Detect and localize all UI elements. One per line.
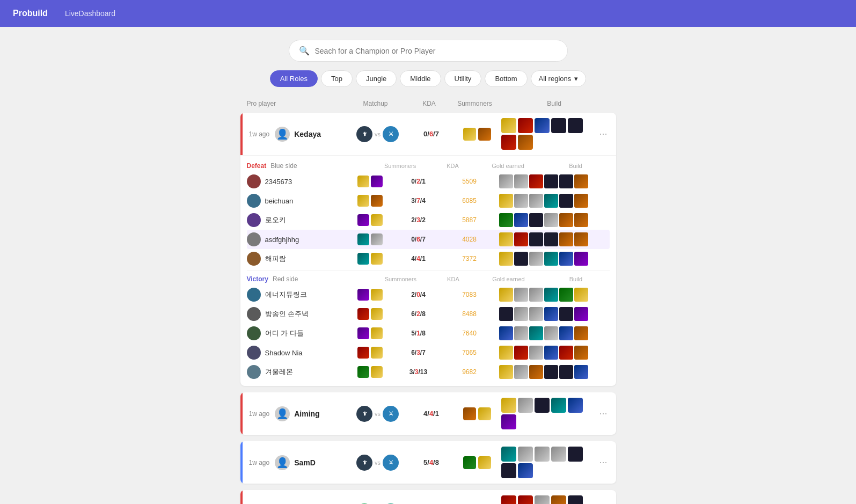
i3	[529, 326, 543, 340]
summ1-winter	[357, 366, 369, 378]
summ1-rooki	[357, 214, 369, 226]
kda-kills-kedaya: 0/	[423, 130, 429, 138]
i6	[574, 288, 588, 302]
kda-beichuan: 3/7/4	[397, 197, 440, 204]
summ1-samd	[463, 456, 476, 469]
item5-kedaya	[568, 118, 583, 133]
victory-team-header: Victory Red side Summoners KDA Gold earn…	[247, 273, 610, 285]
filter-utility[interactable]: Utility	[444, 70, 482, 87]
player-name-asdfghjhhg: asdfghjhhg	[265, 236, 299, 244]
match-card-mikyx: 1w ago 👤 Mikyx ⚡ vs 🌊 0/8/6	[240, 490, 616, 504]
col-kda: KDA	[408, 100, 451, 107]
player-info-beichuan: beichuan	[247, 194, 343, 208]
i1	[499, 213, 513, 227]
i1	[499, 288, 513, 302]
player-info-eodi: 어디 가 다들	[247, 326, 343, 340]
i5	[559, 326, 573, 340]
i3	[529, 194, 543, 208]
search-icon: 🔍	[299, 46, 310, 56]
item2-aiming	[518, 398, 533, 413]
gold-energy: 7083	[440, 291, 499, 298]
filter-all-roles[interactable]: All Roles	[270, 70, 318, 87]
region-dropdown[interactable]: All regions ▾	[531, 70, 587, 87]
summ-pair-happyram	[343, 253, 397, 265]
filter-middle[interactable]: Middle	[400, 70, 441, 87]
team-divider	[247, 271, 610, 271]
match-card-aiming: 1w ago 👤 Aiming 🗡 vs ⚔ 4/4/1	[240, 392, 616, 435]
i4	[544, 288, 558, 302]
kda-bangsong: 6/2/8	[397, 310, 440, 318]
item4-kedaya	[551, 118, 566, 133]
match-header-kedaya: 1w ago 👤 Kedaya 🗡 vs ⚔ 0/6/7	[240, 113, 616, 155]
build-eodi	[499, 326, 610, 340]
i5	[559, 346, 573, 360]
live-dashboard-nav[interactable]: LiveDashboard	[65, 9, 115, 18]
player-name-2345673: 2345673	[265, 178, 292, 186]
champ-icon-eodi	[247, 326, 261, 340]
name-kedaya: Kedaya	[294, 130, 321, 138]
i2	[514, 194, 528, 208]
search-input[interactable]	[315, 47, 558, 55]
player-info-bangsong: 방송인 손주녁	[247, 307, 343, 321]
i3	[529, 365, 543, 379]
build-mikyx	[501, 495, 597, 504]
summ-pair-shadow	[343, 347, 397, 359]
i5	[559, 213, 573, 227]
kda-samd: 5/4/8	[410, 458, 453, 466]
player-name-beichuan: beichuan	[265, 197, 294, 205]
i3	[529, 232, 543, 246]
champ1-aiming: 🗡	[356, 406, 372, 422]
i5	[559, 174, 573, 188]
i6	[574, 252, 588, 266]
player-info-happyram: 해피람	[247, 252, 343, 266]
time-samd: 1w ago	[249, 459, 270, 466]
summ2-eodi	[371, 327, 383, 339]
item6-kedaya	[501, 135, 516, 150]
item7-samd	[518, 463, 533, 478]
filter-bottom[interactable]: Bottom	[485, 70, 527, 87]
gold-bangsong: 8488	[440, 310, 499, 318]
summ2-asdfghjhhg	[371, 233, 383, 245]
match-header-mikyx: 1w ago 👤 Mikyx ⚡ vs 🌊 0/8/6	[240, 490, 616, 504]
player-row-rooki: 로오키 2/3/2 5887	[247, 210, 610, 230]
avatar-kedaya: 👤	[275, 127, 290, 142]
summ1-eodi	[357, 327, 369, 339]
player-row-eodi: 어디 가 다들 5/1/8 7640	[247, 324, 610, 343]
kda-winter: 3/3/13	[397, 368, 440, 376]
summ2-beichuan	[371, 195, 383, 207]
more-btn-kedaya[interactable]: ···	[597, 128, 609, 140]
summ2-kedaya	[478, 128, 491, 141]
i2	[514, 307, 528, 321]
i5	[559, 232, 573, 246]
column-headers: Pro player Matchup KDA Summoners Build	[240, 98, 616, 109]
filter-jungle[interactable]: Jungle	[356, 70, 397, 87]
summ2-energy	[371, 289, 383, 301]
match-header-aiming: 1w ago 👤 Aiming 🗡 vs ⚔ 4/4/1	[240, 392, 616, 435]
summ2-happyram	[371, 253, 383, 265]
summ-pair-2345673	[343, 176, 397, 187]
detail-col-gold: Gold earned	[479, 163, 538, 169]
summoners-kedaya	[453, 128, 501, 141]
more-btn-samd[interactable]: ···	[597, 457, 609, 468]
player-name-rooki: 로오키	[265, 215, 286, 225]
summ-pair-eodi	[343, 327, 397, 339]
player-row-bangsong: 방송인 손주녁 6/2/8 8488	[247, 304, 610, 324]
filter-top[interactable]: Top	[321, 70, 353, 87]
summ1-kedaya	[463, 128, 476, 141]
matchup-samd: 🗡 vs ⚔	[346, 455, 410, 471]
i4	[544, 365, 558, 379]
i4	[544, 213, 558, 227]
item6-aiming	[501, 414, 516, 429]
i1	[499, 365, 513, 379]
item5-samd	[568, 447, 583, 462]
kda-2345673: 0/2/1	[397, 178, 440, 185]
i2	[514, 288, 528, 302]
i6	[574, 232, 588, 246]
player-name-shadow: Shadow Nia	[265, 349, 303, 357]
item3-samd	[535, 447, 550, 462]
build-happyram	[499, 252, 610, 266]
kda-assists-kedaya: /7	[433, 130, 439, 138]
more-btn-aiming[interactable]: ···	[597, 408, 609, 419]
gold-eodi: 7640	[440, 330, 499, 337]
region-label: All regions	[539, 75, 572, 83]
